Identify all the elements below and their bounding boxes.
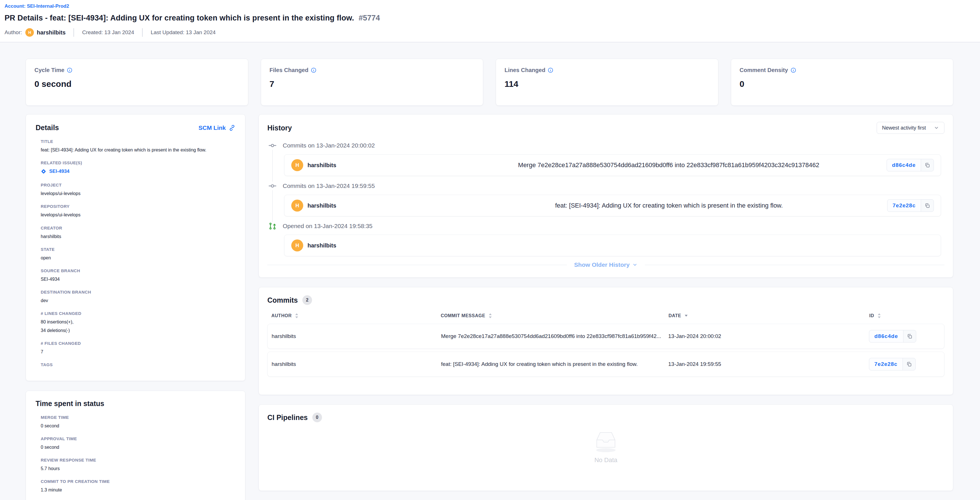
show-older-label: Show Older History	[574, 261, 630, 268]
commit-message: feat: [SEI-4934]: Adding UX for creating…	[451, 202, 887, 209]
related-issue-link[interactable]: SEI-4934	[41, 169, 70, 174]
field-label: REPOSITORY	[41, 204, 235, 209]
page-header: Account: SEI-Internal-Prod2 PR Details -…	[0, 0, 980, 42]
pull-request-opened-icon	[267, 222, 278, 230]
created-date: Created: 13 Jan 2024	[82, 29, 134, 36]
metric-value: 0 second	[35, 79, 239, 89]
commits-count-badge: 2	[302, 295, 312, 305]
commit-hash-chip[interactable]: 7e2e28c	[887, 199, 921, 212]
avatar: H	[291, 239, 303, 252]
field-value: 1.3 minute	[41, 487, 235, 493]
field-value: levelops/ui-levelops	[41, 190, 235, 197]
field-label: TAGS	[41, 362, 235, 367]
copy-icon[interactable]	[902, 358, 916, 371]
time-spent-heading: Time spent in status	[36, 400, 104, 408]
history-commit-card: H harshilbits Merge 7e2e28ce17a27a888e53…	[284, 154, 941, 176]
field-value: dev	[41, 297, 235, 304]
commit-hash-chip[interactable]: 7e2e28c	[869, 358, 903, 371]
no-data-label: No Data	[595, 457, 617, 464]
commit-author: harshilbits	[307, 202, 336, 209]
details-panel: Details SCM Link TITLE feat: [SEI-4934]:…	[25, 114, 245, 381]
column-label: DATE	[668, 313, 681, 318]
commit-table-row: harshilbits feat: [SEI-4934]: Adding UX …	[267, 352, 944, 377]
cell-commit-message: feat: [SEI-4934]: Adding UX for creating…	[441, 361, 668, 367]
scm-link-label: SCM Link	[199, 124, 226, 131]
history-panel: History Newest activity first	[259, 114, 953, 278]
time-field-commit-to-pr: COMMIT TO PR CREATION TIME 1.3 minute	[36, 479, 235, 493]
pr-author: harshilbits	[307, 242, 336, 249]
commit-author: harshilbits	[307, 162, 336, 169]
history-commit-card: H harshilbits feat: [SEI-4934]: Adding U…	[284, 195, 941, 217]
column-header-author[interactable]: AUTHOR	[271, 313, 441, 318]
info-icon[interactable]	[67, 67, 72, 73]
time-spent-panel: Time spent in status MERGE TIME 0 second…	[25, 391, 245, 500]
cell-date: 13-Jan-2024 19:59:55	[668, 361, 869, 367]
ci-pipelines-count-badge: 0	[312, 412, 322, 422]
time-field-review-response: REVIEW RESPONSE TIME 5.7 hours	[36, 458, 235, 472]
commit-table-row: harshilbits Merge 7e2e28ce17a27a888e5307…	[267, 324, 944, 349]
git-commit-icon	[267, 182, 278, 190]
info-icon[interactable]	[311, 67, 316, 73]
scm-link[interactable]: SCM Link	[199, 124, 235, 131]
detail-field-repository: REPOSITORY levelops/ui-levelops	[36, 204, 235, 218]
field-value: 7	[41, 349, 235, 355]
column-header-date[interactable]: DATE	[668, 313, 869, 318]
history-opened-card: H harshilbits	[284, 235, 941, 256]
field-value: open	[41, 255, 235, 261]
metric-card-comment-density: Comment Density 0	[731, 59, 953, 106]
metric-value: 0	[740, 79, 945, 89]
event-label: Commits on 13-Jan-2024 20:00:02	[283, 142, 375, 149]
cell-author: harshilbits	[272, 361, 441, 367]
metric-label: Cycle Time	[35, 67, 64, 73]
metric-value: 114	[504, 79, 710, 89]
author-row: Author: H harshilbits Created: 13 Jan 20…	[5, 28, 980, 37]
copy-icon[interactable]	[921, 159, 934, 171]
details-heading: Details	[36, 124, 59, 132]
detail-field-lines-changed: # LINES CHANGED 80 insertions(+), 34 del…	[36, 311, 235, 333]
field-value: 34 deletions(-)	[41, 327, 235, 334]
issue-diamond-icon	[41, 169, 46, 174]
divider	[73, 28, 74, 37]
ci-pipelines-heading: CI Pipelines	[267, 414, 308, 422]
author-label: Author:	[5, 29, 22, 36]
sort-selected-value: Newest activity first	[882, 125, 926, 131]
event-label: Commits on 13-Jan-2024 19:59:55	[283, 183, 375, 189]
avatar: H	[291, 200, 303, 212]
author-name: harshilbits	[37, 29, 65, 36]
empty-state: No Data	[267, 430, 944, 464]
commit-hash-chip[interactable]: d86c4de	[887, 159, 921, 171]
author-avatar: H	[25, 28, 34, 37]
column-header-commit-message[interactable]: COMMIT MESSAGE	[441, 313, 668, 318]
history-sort-dropdown[interactable]: Newest activity first	[877, 122, 944, 134]
detail-field-destination-branch: DESTINATION BRANCH dev	[36, 290, 235, 304]
column-label: COMMIT MESSAGE	[441, 313, 485, 318]
content-area: Cycle Time 0 second Files Changed 7	[0, 42, 980, 500]
info-icon[interactable]	[791, 67, 796, 73]
show-older-history-button[interactable]: Show Older History	[574, 261, 638, 268]
account-breadcrumb-link[interactable]: Account: SEI-Internal-Prod2	[5, 3, 69, 9]
detail-field-related-issues: RELATED ISSUE(S) SEI-4934	[36, 160, 235, 175]
commits-table-header: AUTHOR COMMIT MESSAGE DATE	[267, 313, 944, 318]
sort-icon	[295, 313, 298, 318]
column-header-id[interactable]: ID	[869, 313, 940, 318]
field-value: SEI-4934	[41, 276, 235, 282]
issue-key: SEI-4934	[49, 169, 70, 174]
field-value: 0 second	[41, 444, 235, 451]
copy-icon[interactable]	[921, 199, 934, 212]
metric-cards-row: Cycle Time 0 second Files Changed 7	[25, 59, 953, 106]
field-label: COMMIT TO PR CREATION TIME	[41, 479, 235, 484]
metric-card-files-changed: Files Changed 7	[261, 59, 484, 106]
field-label: DESTINATION BRANCH	[41, 290, 235, 295]
commit-hash-chip[interactable]: d86c4de	[869, 330, 904, 342]
field-label: CREATOR	[41, 226, 235, 230]
field-label: PROJECT	[41, 183, 235, 187]
field-label: SOURCE BRANCH	[41, 268, 235, 273]
detail-field-title: TITLE feat: [SEI-4934]: Adding UX for cr…	[36, 139, 235, 153]
event-label: Opened on 13-Jan-2024 19:58:35	[283, 223, 372, 229]
copy-icon[interactable]	[903, 330, 916, 342]
metric-label: Files Changed	[270, 67, 309, 73]
divider	[142, 28, 143, 37]
sort-icon	[878, 313, 881, 318]
field-value: harshilbits	[41, 233, 235, 240]
info-icon[interactable]	[548, 67, 553, 73]
